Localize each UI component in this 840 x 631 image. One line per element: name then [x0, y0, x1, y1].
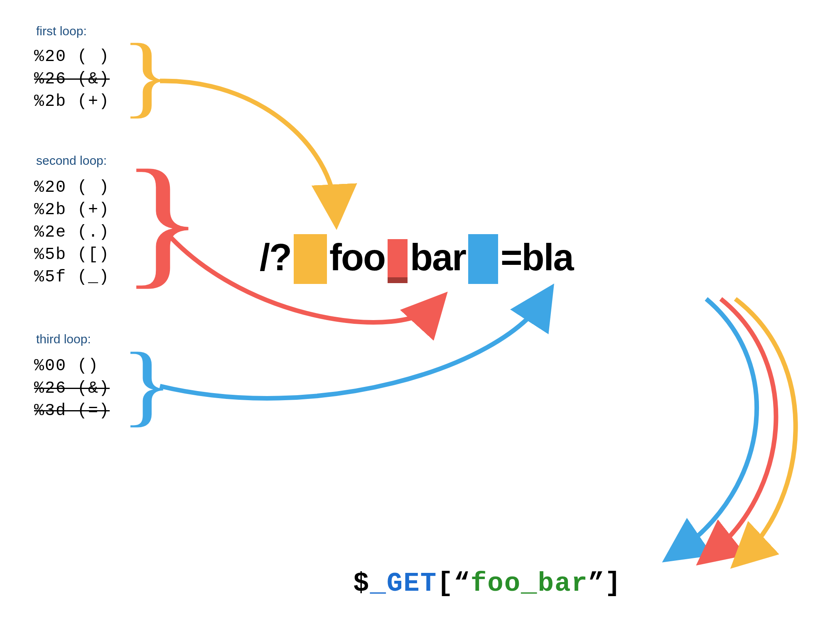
brace-blue: } — [120, 332, 173, 437]
loop3-item: %3d (=) — [34, 400, 110, 422]
loop3-title: third loop: — [36, 332, 91, 346]
loop2-item: %20 ( ) — [34, 176, 110, 199]
php-open: [“ — [437, 569, 471, 599]
arrow-result-yellow — [735, 299, 796, 556]
loop2-title: second loop: — [36, 154, 107, 168]
php-close: ”] — [588, 569, 622, 599]
loop2-item: %2e (.) — [34, 221, 110, 244]
query-seg1: foo — [329, 236, 385, 279]
query-seg2: bar — [410, 236, 466, 279]
loop3-item: %26 (&) — [34, 377, 110, 400]
brace-red: } — [120, 137, 204, 304]
loop3-item: %00 () — [34, 355, 110, 377]
loop2-list: %20 ( ) %2b (+) %2e (.) %5b ([) %5f (_) — [34, 176, 110, 289]
loop2-item: %5b ([) — [34, 244, 110, 266]
slot-yellow — [294, 234, 327, 284]
loop1-item: %26 (&) — [34, 68, 110, 90]
arrow-loop3-to-slot — [160, 299, 544, 398]
query-string: /? foo bar =bla — [260, 232, 573, 282]
loop1-list: %20 ( ) %26 (&) %2b (+) — [34, 46, 110, 113]
slot-red — [388, 239, 408, 281]
php-get: GET — [387, 569, 437, 599]
loop1-title: first loop: — [36, 24, 87, 38]
loop2-item: %2b (+) — [34, 199, 110, 221]
arrow-result-blue — [677, 299, 757, 552]
slot-blue — [468, 234, 498, 284]
loop1-item: %20 ( ) — [34, 46, 110, 68]
loop2-item: %5f (_) — [34, 266, 110, 289]
php-dollar: $ — [353, 569, 370, 599]
php-get-expression: $_GET[“foo_bar”] — [353, 569, 622, 599]
query-suffix: =bla — [501, 236, 573, 279]
php-underscore: _ — [370, 569, 386, 599]
arrow-result-red — [710, 299, 776, 554]
loop3-list: %00 () %26 (&) %3d (=) — [34, 355, 110, 422]
php-key: foo_bar — [471, 569, 588, 599]
loop1-item: %2b (+) — [34, 90, 110, 113]
query-prefix: /? — [260, 236, 291, 279]
brace-yellow: } — [120, 23, 173, 128]
